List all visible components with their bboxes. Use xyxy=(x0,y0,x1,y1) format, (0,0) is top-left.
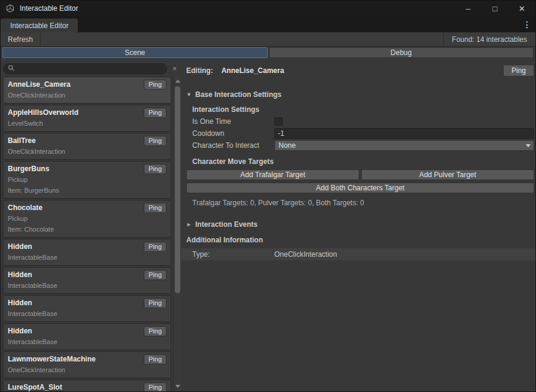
app-icon xyxy=(5,4,15,13)
search-field[interactable] xyxy=(3,63,167,74)
close-button[interactable]: ✕ xyxy=(508,1,535,16)
is-one-time-checkbox[interactable] xyxy=(274,117,283,126)
foldout-base-interaction-settings[interactable]: ▼ Base Interaction Settings xyxy=(186,90,534,99)
inspector-ping-button[interactable]: Ping xyxy=(503,65,534,77)
inspector-panel: Editing: AnneLise_Camera Ping ▼ Base Int… xyxy=(181,59,535,391)
cooldown-row: Cooldown xyxy=(186,127,534,139)
interactable-editor-window: Interactable Editor – □ ✕ Interactable E… xyxy=(0,0,536,392)
add-pulver-target-button[interactable]: Add Pulver Target xyxy=(361,169,534,180)
window-menu-icon[interactable]: ⋮ xyxy=(519,20,535,29)
vertical-scrollbar[interactable] xyxy=(173,77,181,391)
list-item-header: BallTree Ping xyxy=(8,136,166,146)
foldout-interaction-events[interactable]: ► Interaction Events xyxy=(186,220,534,229)
list-item[interactable]: BallTree Ping OneClickInteraction xyxy=(3,133,171,160)
scroll-up-icon[interactable] xyxy=(174,77,181,85)
search-input[interactable] xyxy=(17,65,162,73)
character-to-interact-dropdown[interactable]: None xyxy=(274,140,534,151)
scrollbar-thumb[interactable] xyxy=(175,86,180,293)
type-row: Type: OneClickInteraction xyxy=(181,248,535,260)
cooldown-field[interactable] xyxy=(274,128,534,139)
list-item[interactable]: BurgerBuns Ping Pickup Item: BurgerBuns xyxy=(3,161,171,199)
toolbar: Refresh Found: 14 interactables xyxy=(1,32,535,47)
minimize-button[interactable]: – xyxy=(455,1,482,16)
foldout-open-icon: ▼ xyxy=(186,92,192,98)
refresh-button[interactable]: Refresh xyxy=(1,32,41,46)
item-type: InteractableBase xyxy=(8,337,166,347)
content-area: × AnneLise_Camera Ping OneClickInteracti… xyxy=(1,59,535,391)
item-name: LureSpotA_Slot xyxy=(8,382,62,391)
item-type: Pickup xyxy=(8,214,166,224)
list-item-header: AnneLise_Camera Ping xyxy=(8,80,166,90)
list-item[interactable]: Hidden Ping InteractableBase xyxy=(3,295,171,322)
targets-summary: Trafalgar Targets: 0, Pulver Targets: 0,… xyxy=(192,199,534,208)
window-controls: – □ ✕ xyxy=(455,1,535,16)
add-both-characters-target-button[interactable]: Add Both Characters Target xyxy=(186,183,534,193)
dropdown-selected-value: None xyxy=(278,141,296,150)
scene-list-panel: × AnneLise_Camera Ping OneClickInteracti… xyxy=(1,59,181,391)
item-name: Hidden xyxy=(8,298,32,308)
character-move-targets-header: Character Move Targets xyxy=(192,157,534,166)
item-name: AppleHillsOverworld xyxy=(8,108,78,118)
search-clear-button[interactable]: × xyxy=(170,65,179,73)
is-one-time-label: Is One Time xyxy=(192,117,274,126)
ping-button[interactable]: Ping xyxy=(144,80,166,90)
type-value: OneClickInteraction xyxy=(274,250,337,259)
list-item-header: LureSpotA_Slot Ping xyxy=(8,382,166,391)
list-item-header: Hidden Ping xyxy=(8,298,166,308)
editing-label: Editing: xyxy=(186,66,213,75)
search-icon xyxy=(8,65,14,73)
list-item[interactable]: Hidden Ping InteractableBase xyxy=(3,239,171,266)
item-name: LawnmowerStateMachine xyxy=(8,354,96,364)
both-target-button-row: Add Both Characters Target xyxy=(186,183,534,193)
foldout-base-label: Base Interaction Settings xyxy=(195,90,281,99)
list-item[interactable]: Hidden Ping InteractableBase xyxy=(3,323,171,350)
item-name: AnneLise_Camera xyxy=(8,80,71,90)
ping-button[interactable]: Ping xyxy=(144,382,166,391)
item-type: OneClickInteraction xyxy=(8,90,166,101)
item-type: InteractableBase xyxy=(8,309,166,319)
titlebar: Interactable Editor – □ ✕ xyxy=(1,1,535,16)
interactable-list: AnneLise_Camera Ping OneClickInteraction… xyxy=(1,77,173,391)
list-item[interactable]: AppleHillsOverworld Ping LevelSwitch xyxy=(3,105,171,132)
list-item[interactable]: LureSpotA_Slot Ping xyxy=(3,379,171,391)
item-type: Pickup xyxy=(8,175,166,185)
window-title: Interactable Editor xyxy=(20,4,78,13)
foldout-closed-icon: ► xyxy=(186,221,192,227)
maximize-button[interactable]: □ xyxy=(482,1,508,16)
tab-interactable-editor[interactable]: Interactable Editor xyxy=(1,19,78,32)
ping-button[interactable]: Ping xyxy=(144,136,166,146)
ping-button[interactable]: Ping xyxy=(144,203,166,213)
list-item-header: Chocolate Ping xyxy=(8,203,166,213)
additional-information-header: Additional Information xyxy=(186,235,534,245)
tab-debug[interactable]: Debug xyxy=(269,47,534,58)
type-label: Type: xyxy=(192,250,274,259)
list-area: AnneLise_Camera Ping OneClickInteraction… xyxy=(1,77,181,391)
ping-button[interactable]: Ping xyxy=(144,164,166,174)
ping-button[interactable]: Ping xyxy=(144,298,166,308)
editing-target-name: AnneLise_Camera xyxy=(222,66,284,75)
list-item[interactable]: Hidden Ping InteractableBase xyxy=(3,267,171,294)
ping-button[interactable]: Ping xyxy=(144,326,166,336)
item-type: OneClickInteraction xyxy=(8,365,166,375)
character-to-interact-label: Character To Interact xyxy=(192,141,274,150)
list-item-header: Hidden Ping xyxy=(8,326,166,336)
editing-row: Editing: AnneLise_Camera Ping xyxy=(186,65,534,77)
item-type: InteractableBase xyxy=(8,281,166,291)
item-type: OneClickInteraction xyxy=(8,147,166,157)
chevron-down-icon xyxy=(526,144,531,147)
item-name: Hidden xyxy=(8,326,32,336)
tab-scene[interactable]: Scene xyxy=(2,47,268,58)
found-count-label: Found: 14 interactables xyxy=(443,32,535,46)
ping-button[interactable]: Ping xyxy=(144,108,166,118)
ping-button[interactable]: Ping xyxy=(144,354,166,364)
ping-button[interactable]: Ping xyxy=(144,242,166,252)
list-item[interactable]: LawnmowerStateMachine Ping OneClickInter… xyxy=(3,351,171,378)
ping-button[interactable]: Ping xyxy=(144,270,166,280)
list-item-header: BurgerBuns Ping xyxy=(8,164,166,174)
item-name: Hidden xyxy=(8,242,32,252)
list-item[interactable]: Chocolate Ping Pickup Item: Chocolate xyxy=(3,200,171,238)
mode-tabs: Scene Debug xyxy=(1,47,535,59)
list-item[interactable]: AnneLise_Camera Ping OneClickInteraction xyxy=(3,77,171,104)
add-trafalgar-target-button[interactable]: Add Trafalgar Target xyxy=(186,169,359,180)
scroll-down-icon[interactable] xyxy=(174,382,181,390)
